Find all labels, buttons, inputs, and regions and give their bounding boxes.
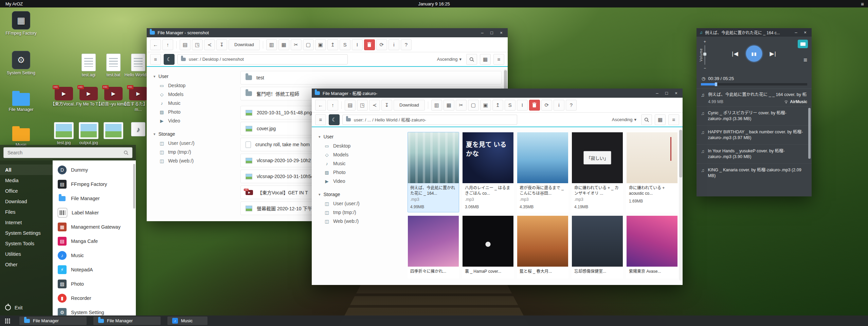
playlist-item[interactable]: ♫KING _ Kanaria cover. by 柘榴-zakuro-.mp3… xyxy=(697,164,812,183)
scrollbar-thumb[interactable] xyxy=(679,130,682,177)
up-button[interactable]: ↑ xyxy=(327,100,338,111)
volume-plus[interactable]: + xyxy=(704,39,706,44)
window-titlebar[interactable]: File Manager - screenshot – □ × xyxy=(147,28,508,37)
category-media[interactable]: Media xyxy=(0,175,53,186)
seek-thumb[interactable] xyxy=(715,82,717,86)
app-item-music[interactable]: ♪Music xyxy=(53,248,136,263)
sidebar-item-models[interactable]: ◇Models xyxy=(319,150,403,159)
grid-item[interactable]: 君が夜の海に還るまで _ こんにちは谷田... .mp3 4.35MB xyxy=(517,132,568,212)
info-button[interactable]: i xyxy=(388,39,399,50)
copy-button[interactable]: ▦ xyxy=(444,100,454,111)
sidebar-section-storage[interactable]: ▾ Storage xyxy=(153,131,238,137)
minimize-button[interactable]: – xyxy=(793,30,799,35)
window-titlebar[interactable]: ♫ 例えば、今此処に置かれた花に _ 164 c... – × xyxy=(697,28,812,37)
sidebar-item-tmp-drive[interactable]: ◫tmp (tmp:/) xyxy=(319,208,403,217)
open-folder-button[interactable]: ▤ xyxy=(180,39,191,50)
new-folder-button[interactable]: ▣ xyxy=(480,100,491,111)
open-external-button[interactable]: ◳ xyxy=(192,39,203,50)
share-button[interactable]: ≺ xyxy=(204,39,215,50)
file-row[interactable]: test xyxy=(240,71,502,84)
sidebar-item-music[interactable]: ♪Music xyxy=(319,159,403,168)
list-toggle-button[interactable]: ≡ xyxy=(150,54,161,65)
open-external-button[interactable]: ◳ xyxy=(357,100,368,111)
cut-button[interactable]: ✂ xyxy=(456,100,467,111)
new-file-button[interactable]: ▢ xyxy=(468,100,479,111)
cast-button[interactable] xyxy=(798,40,808,48)
upload-button[interactable]: ↥ xyxy=(327,39,338,50)
app-item-system-setting[interactable]: ⚙System Setting xyxy=(53,305,136,315)
copy-button[interactable]: ▦ xyxy=(278,39,289,50)
next-track-button[interactable]: ▶| xyxy=(770,50,777,57)
trash-button[interactable] xyxy=(364,39,375,50)
search-icon[interactable] xyxy=(124,150,128,156)
taskbar-item-music[interactable]: ♪ Music xyxy=(167,317,207,325)
category-other[interactable]: Other xyxy=(0,259,53,270)
paste-button[interactable]: ▥ xyxy=(431,100,442,111)
scrollbar-thumb[interactable] xyxy=(808,108,811,159)
sort-select[interactable]: Ascending ▾ xyxy=(610,117,638,122)
category-utilities[interactable]: Utilities xyxy=(0,249,53,259)
playlist-item[interactable]: ♫Cynic _ ポリスピカデリー cover. by 柘榴-zakuro-.m… xyxy=(697,107,812,126)
upload-button[interactable]: ↥ xyxy=(492,100,503,111)
sidebar-item-tmp-drive[interactable]: ◫tmp (tmp:/) xyxy=(153,148,238,156)
window-titlebar[interactable]: File Manager - 柘榴-zakuro- – □ × xyxy=(312,89,683,98)
list-view-button[interactable]: ≡ xyxy=(668,114,679,125)
app-item-recorder[interactable]: ▮Recorder xyxy=(53,291,136,305)
list-view-button[interactable]: ≡ xyxy=(493,54,504,65)
dark-mode-button[interactable]: ☾ xyxy=(329,114,340,125)
player-menu-icon[interactable]: ≡ xyxy=(803,56,807,64)
app-item-notepada[interactable]: ⚡NotepadA xyxy=(53,263,136,277)
download-button[interactable]: Download xyxy=(394,100,425,111)
playlist-item[interactable]: ♫HAPPY BIRTHDAY _ back number cover. by … xyxy=(697,126,812,145)
grid-item[interactable]: 夏を見て いるかな 八月のレイニー _ はるまきごはん co... .mp3 3… xyxy=(462,132,514,212)
sidebar-item-video[interactable]: ▶Video xyxy=(153,116,238,125)
scrollbar[interactable] xyxy=(679,129,682,281)
italic-button[interactable]: I xyxy=(517,100,528,111)
info-button[interactable]: i xyxy=(554,100,564,111)
category-download[interactable]: Download xyxy=(0,196,53,207)
now-playing[interactable]: ♫ 例えば、今此処に置かれた花に _ _ 164 cover. by 柘 4.9… xyxy=(697,89,812,107)
category-files[interactable]: Files xyxy=(0,207,53,217)
sidebar-item-photo[interactable]: ▨Photo xyxy=(319,168,403,177)
sidebar-section-user[interactable]: ▾ User xyxy=(319,134,403,139)
scrollbar-thumb[interactable] xyxy=(133,164,135,209)
grid-view-button[interactable]: ▦ xyxy=(480,54,491,65)
volume-minus[interactable]: − xyxy=(704,66,706,71)
address-bar[interactable]: user: / Desktop / screenshot xyxy=(177,54,348,64)
app-item-label-maker[interactable]: Label Maker xyxy=(53,206,136,220)
back-button[interactable]: ← xyxy=(315,100,326,111)
app-item-manga-cafe[interactable]: ▤Manga Cafe xyxy=(53,234,136,248)
new-file-button[interactable]: ▢ xyxy=(303,39,314,50)
previous-track-button[interactable]: |◀ xyxy=(732,50,739,57)
grid-item[interactable]: 命に嫌われている + acoustic co... 1.69MB xyxy=(626,132,678,212)
grid-item[interactable]: 藍と桜 _ 春大月... xyxy=(517,215,568,279)
search-input[interactable] xyxy=(3,147,132,158)
paste-button[interactable]: ▥ xyxy=(266,39,277,50)
sidebar-item-web-drive[interactable]: ◫Web (web:/) xyxy=(153,156,238,165)
app-item-photo[interactable]: ▨Photo xyxy=(53,277,136,291)
desktop-icon-music-folder[interactable]: Music xyxy=(2,124,40,148)
strike-button[interactable]: S xyxy=(340,39,350,50)
sidebar-section-user[interactable]: ▾ User xyxy=(153,74,238,79)
category-system-settings[interactable]: System Settings xyxy=(0,228,53,238)
minimize-button[interactable]: – xyxy=(654,91,661,96)
refresh-button[interactable]: ⟳ xyxy=(541,100,552,111)
desktop-icon-file-manager[interactable]: File Manager xyxy=(2,89,40,113)
address-bar[interactable]: user: / ... / Hello World / 柘榴-zakuro- xyxy=(342,115,517,125)
sort-select[interactable]: Ascending ▾ xyxy=(435,57,464,62)
seek-bar[interactable] xyxy=(701,83,807,85)
close-button[interactable]: × xyxy=(673,91,680,96)
app-drawer-button[interactable] xyxy=(2,317,13,325)
grid-item[interactable]: 「寂しい」 命に嫌われている + _ カンザキイオリ ... .mp3 4.19… xyxy=(572,132,623,212)
category-office[interactable]: Office xyxy=(0,186,53,196)
sidebar-item-desktop[interactable]: ▭Desktop xyxy=(153,81,238,90)
airmusic-toggle[interactable]: AirMusic xyxy=(784,99,807,104)
grid-item[interactable]: 忘却感傷保健室... xyxy=(572,215,623,279)
sidebar-item-video[interactable]: ▶Video xyxy=(319,177,403,186)
close-button[interactable]: × xyxy=(802,30,809,35)
help-button[interactable]: ? xyxy=(401,39,412,50)
sidebar-item-photo[interactable]: ▨Photo xyxy=(153,108,238,116)
grid-item-selected[interactable]: 例えば、今此処に置かれた花に _ 164... .mp3 4.99MB xyxy=(408,132,459,212)
up-button[interactable]: ↑ xyxy=(162,39,173,50)
maximize-button[interactable]: □ xyxy=(663,91,670,96)
